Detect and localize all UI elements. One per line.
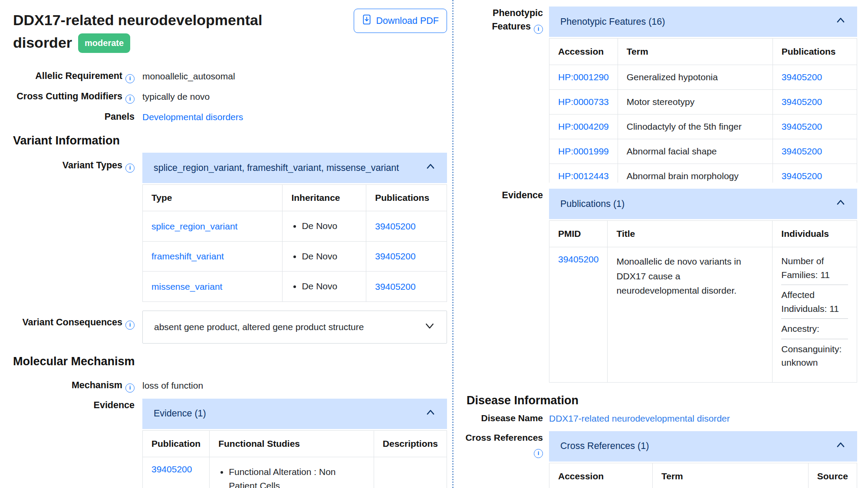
- info-icon[interactable]: i: [534, 25, 543, 34]
- evidence-panel-title: Evidence (1): [154, 408, 206, 419]
- chevron-up-icon: [425, 407, 436, 420]
- publication-link[interactable]: 39405200: [151, 464, 192, 474]
- col-accession: Accession: [549, 39, 618, 65]
- term-cell: Clinodactyly of the 5th finger: [618, 115, 773, 139]
- table-header-row: Type Inheritance Publications: [143, 185, 447, 211]
- info-icon[interactable]: i: [125, 383, 135, 393]
- table-row: HP:0001999 Abnormal facial shape 3940520…: [549, 139, 857, 164]
- info-icon[interactable]: i: [125, 321, 135, 330]
- variant-type-link[interactable]: missense_variant: [151, 282, 222, 291]
- variant-type-link[interactable]: frameshift_variant: [151, 251, 224, 261]
- hpo-term-link[interactable]: HP:0001999: [558, 146, 609, 156]
- panel-link-developmental-disorders[interactable]: Developmental disorders: [142, 112, 243, 122]
- info-icon[interactable]: i: [534, 449, 543, 458]
- cross-references-panel-title: Cross References (1): [560, 441, 649, 452]
- hpo-term-link[interactable]: HP:0001290: [558, 72, 609, 82]
- variant-types-block: Variant Typesi splice_region_variant, fr…: [13, 153, 447, 302]
- col-title: Title: [608, 221, 773, 247]
- table-row: HP:0012443 Abnormal brain morphology 394…: [549, 164, 857, 183]
- col-publications: Publications: [366, 185, 447, 211]
- evidence-label: Evidence: [460, 189, 543, 202]
- evidence-publications-block: Evidence Publications (1) PMID Title Ind…: [460, 189, 857, 383]
- hpo-term-link[interactable]: HP:0012443: [558, 171, 609, 181]
- hpo-term-link[interactable]: HP:0004209: [558, 121, 609, 131]
- disease-name-link[interactable]: DDX17-related neurodevelopmental disorde…: [549, 413, 730, 423]
- molecular-mechanism-heading: Molecular Mechanism: [13, 355, 447, 368]
- table-row: 39405200 Monoallelic de novo variants in…: [549, 247, 857, 383]
- publications-accordion-header[interactable]: Publications (1): [549, 189, 857, 219]
- mechanism-evidence-block: Evidence Evidence (1) Publication Functi…: [13, 399, 447, 488]
- publication-link[interactable]: 39405200: [782, 72, 822, 82]
- table-row: missense_variant De Novo 39405200: [143, 272, 447, 302]
- table-header-row: Accession Term Source: [549, 463, 857, 488]
- page-header: DDX17-related neurodevelopmental disorde…: [13, 9, 447, 54]
- summary-fields: Allelic Requirementi monoallelic_autosom…: [13, 69, 447, 124]
- publication-link[interactable]: 39405200: [375, 251, 415, 261]
- phenotypic-features-panel: Phenotypic Features (16) Accession Term …: [549, 7, 857, 183]
- phenotypic-features-accordion-header[interactable]: Phenotypic Features (16): [549, 7, 857, 37]
- evidence-panel: Evidence (1) Publication Functional Stud…: [142, 399, 447, 488]
- info-icon[interactable]: i: [125, 164, 135, 173]
- term-cell: Generalized hypotonia: [618, 65, 773, 90]
- evidence-accordion-header[interactable]: Evidence (1): [142, 399, 447, 429]
- left-column: DDX17-related neurodevelopmental disorde…: [0, 0, 454, 488]
- variant-information-heading: Variant Information: [13, 134, 447, 147]
- allelic-requirement-label-text: Allelic Requirement: [35, 71, 122, 81]
- cross-references-block: Cross Referencesi Cross References (1) A…: [460, 431, 857, 488]
- info-icon[interactable]: i: [125, 74, 135, 83]
- info-icon[interactable]: i: [125, 95, 135, 104]
- individuals-item: Consanguinity: unknown: [781, 339, 848, 373]
- publication-link[interactable]: 39405200: [782, 97, 822, 107]
- variant-types-panel: splice_region_variant, frameshift_varian…: [142, 153, 447, 302]
- inheritance-item: De Novo: [302, 218, 357, 234]
- publications-table: PMID Title Individuals 39405200 Monoalle…: [549, 220, 857, 383]
- table-row: splice_region_variant De Novo 39405200: [143, 211, 447, 242]
- cross-references-accordion-header[interactable]: Cross References (1): [549, 431, 857, 462]
- col-descriptions: Descriptions: [374, 430, 447, 457]
- variant-type-link[interactable]: splice_region_variant: [151, 221, 237, 231]
- col-source: Source: [808, 463, 857, 488]
- col-publication: Publication: [143, 430, 210, 457]
- col-publications: Publications: [773, 39, 857, 65]
- allelic-requirement-value: monoallelic_autosomal: [142, 69, 447, 83]
- download-file-icon: [362, 14, 372, 27]
- variant-types-table: Type Inheritance Publications splice_reg…: [142, 184, 447, 302]
- col-term: Term: [653, 463, 809, 488]
- evidence-table: Publication Functional Studies Descripti…: [142, 430, 447, 488]
- page: DDX17-related neurodevelopmental disorde…: [0, 0, 868, 488]
- publication-link[interactable]: 39405200: [782, 171, 822, 181]
- variant-consequences-block: Variant Consequencesi absent gene produc…: [13, 311, 447, 344]
- cross-references-table: Accession Term Source MONDO:0700092 neur…: [549, 463, 857, 488]
- field-cross-cutting-modifiers: Cross Cutting Modifiersi typically de no…: [13, 90, 447, 104]
- variant-consequences-accordion-header[interactable]: absent gene product, altered gene produc…: [142, 311, 447, 344]
- table-row: HP:0001290 Generalized hypotonia 3940520…: [549, 65, 857, 90]
- chevron-up-icon: [425, 161, 436, 174]
- phenotypic-features-scroll-region[interactable]: Accession Term Publications HP:0001290 G…: [549, 37, 857, 183]
- variant-consequences-label: Variant Consequencesi: [13, 311, 135, 330]
- hpo-term-link[interactable]: HP:0000733: [558, 97, 609, 107]
- publication-link[interactable]: 39405200: [375, 221, 415, 231]
- table-row: frameshift_variant De Novo 39405200: [143, 241, 447, 272]
- table-row: HP:0004209 Clinodactyly of the 5th finge…: [549, 115, 857, 139]
- variant-types-label-text: Variant Types: [62, 160, 122, 170]
- publication-link[interactable]: 39405200: [782, 146, 822, 156]
- term-cell: Motor stereotypy: [618, 90, 773, 115]
- pmid-link[interactable]: 39405200: [558, 254, 598, 264]
- variant-types-summary: splice_region_variant, frameshift_varian…: [154, 163, 399, 174]
- mechanism-block: Mechanismi loss of function: [13, 379, 447, 393]
- publications-panel: Publications (1) PMID Title Individuals …: [549, 189, 857, 383]
- term-cell: Abnormal brain morphology: [618, 164, 773, 183]
- individuals-item: Ancestry:: [781, 319, 848, 339]
- table-row: 39405200 Functional Alteration : Non Pat…: [143, 457, 447, 488]
- publication-link[interactable]: 39405200: [375, 282, 415, 291]
- right-column: Phenotypic Featuresi Phenotypic Features…: [454, 0, 868, 488]
- col-inheritance: Inheritance: [283, 185, 366, 211]
- chevron-down-icon: [424, 320, 435, 334]
- phenotypic-features-block: Phenotypic Featuresi Phenotypic Features…: [460, 7, 857, 183]
- variant-types-accordion-header[interactable]: splice_region_variant, frameshift_varian…: [142, 153, 447, 183]
- download-pdf-button[interactable]: Download PDF: [354, 9, 447, 33]
- table-header-row: PMID Title Individuals: [549, 221, 857, 247]
- confidence-badge: moderate: [78, 33, 130, 53]
- panels-label: Panels: [13, 110, 135, 124]
- publication-link[interactable]: 39405200: [782, 121, 822, 131]
